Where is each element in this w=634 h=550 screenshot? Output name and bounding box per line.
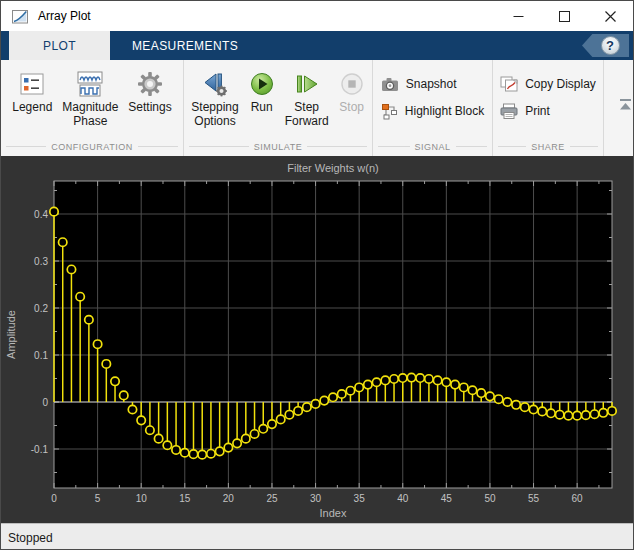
stop-button-label: Stop <box>339 100 364 114</box>
app-icon <box>12 9 28 24</box>
minimize-button[interactable] <box>495 1 541 31</box>
svg-text:0.2: 0.2 <box>34 303 48 314</box>
svg-text:-0.1: -0.1 <box>31 444 49 455</box>
settings-button-label: Settings <box>128 100 171 114</box>
step-forward-icon <box>294 67 320 100</box>
toolstrip: Legend Magnitude Phase <box>1 60 633 156</box>
run-button-label: Run <box>251 100 273 114</box>
svg-text:25: 25 <box>266 493 278 504</box>
title-bar: Array Plot <box>1 1 633 31</box>
stepping-options-button[interactable]: Stepping Options <box>186 63 243 132</box>
maximize-button[interactable] <box>541 1 587 31</box>
svg-text:15: 15 <box>179 493 191 504</box>
settings-button[interactable]: Settings <box>123 63 176 118</box>
svg-text:50: 50 <box>484 493 496 504</box>
run-icon <box>249 67 275 100</box>
highlight-block-icon <box>381 103 398 120</box>
svg-text:0: 0 <box>42 397 48 408</box>
svg-text:35: 35 <box>354 493 366 504</box>
copy-display-button[interactable]: Copy Display <box>496 74 600 94</box>
svg-text:Amplitude: Amplitude <box>5 310 17 359</box>
magnitude-phase-label-2: Phase <box>73 114 107 128</box>
svg-text:55: 55 <box>528 493 540 504</box>
snapshot-camera-icon <box>381 77 399 92</box>
help-button[interactable]: ? <box>582 34 629 57</box>
section-label-signal: SIGNAL <box>415 142 451 152</box>
legend-button[interactable]: Legend <box>7 63 57 118</box>
svg-text:40: 40 <box>397 493 409 504</box>
highlight-block-button-label: Highlight Block <box>405 104 484 118</box>
snapshot-button-label: Snapshot <box>406 77 457 91</box>
copy-display-icon <box>500 76 518 92</box>
section-share: Copy Display Print SHARE <box>493 60 604 156</box>
stepping-options-label-1: Stepping <box>191 100 238 114</box>
run-button[interactable]: Run <box>244 63 280 118</box>
minimize-icon <box>513 11 524 22</box>
svg-text:Index: Index <box>320 507 347 519</box>
section-simulate: Stepping Options Run <box>184 60 373 156</box>
stepping-options-label-2: Options <box>194 114 235 128</box>
print-button-label: Print <box>525 104 550 118</box>
print-button[interactable]: Print <box>496 101 554 121</box>
snapshot-button[interactable]: Snapshot <box>377 74 461 94</box>
window-title: Array Plot <box>38 9 91 23</box>
copy-display-button-label: Copy Display <box>525 77 596 91</box>
svg-text:5: 5 <box>95 493 101 504</box>
collapse-toolstrip-icon <box>618 99 633 110</box>
step-forward-label-1: Step <box>294 100 319 114</box>
tab-plot-label: PLOT <box>43 39 76 53</box>
maximize-icon <box>559 11 570 22</box>
svg-text:0.4: 0.4 <box>34 209 48 220</box>
svg-text:10: 10 <box>136 493 148 504</box>
status-text: Stopped <box>8 531 53 545</box>
svg-text:60: 60 <box>572 493 584 504</box>
svg-text:0.3: 0.3 <box>34 256 48 267</box>
settings-gear-icon <box>137 67 163 100</box>
magnitude-phase-icon <box>76 67 104 100</box>
tab-measurements-label: MEASUREMENTS <box>132 39 238 53</box>
section-configuration: Legend Magnitude Phase <box>1 60 184 156</box>
help-icon: ? <box>601 36 620 55</box>
section-label-simulate: SIMULATE <box>254 142 302 152</box>
svg-text:Filter Weights w(n): Filter Weights w(n) <box>287 162 378 174</box>
svg-text:45: 45 <box>441 493 453 504</box>
step-forward-label-2: Forward <box>285 114 329 128</box>
legend-button-label: Legend <box>12 100 52 114</box>
tab-measurements[interactable]: MEASUREMENTS <box>110 31 260 60</box>
highlight-block-button[interactable]: Highlight Block <box>377 101 488 121</box>
tab-plot[interactable]: PLOT <box>9 31 110 60</box>
status-bar: Stopped <box>1 523 633 550</box>
scope-display-panel: 051015202530354045505560-0.100.10.20.30.… <box>1 156 633 523</box>
magnitude-phase-label-1: Magnitude <box>62 100 118 114</box>
toolstrip-tab-bar: PLOT MEASUREMENTS ? <box>1 31 633 60</box>
array-plot-canvas[interactable]: 051015202530354045505560-0.100.10.20.30.… <box>1 156 634 523</box>
close-icon <box>605 11 616 22</box>
svg-text:20: 20 <box>223 493 235 504</box>
magnitude-phase-button[interactable]: Magnitude Phase <box>57 63 123 132</box>
section-label-configuration: CONFIGURATION <box>51 142 132 152</box>
collapse-toolstrip-button[interactable] <box>604 60 633 156</box>
svg-text:0.1: 0.1 <box>34 350 48 361</box>
stepping-options-icon <box>201 67 229 100</box>
print-icon <box>500 103 518 119</box>
svg-text:30: 30 <box>310 493 322 504</box>
stop-icon <box>339 67 365 100</box>
step-forward-button[interactable]: Step Forward <box>280 63 334 132</box>
svg-text:0: 0 <box>51 493 57 504</box>
stop-button[interactable]: Stop <box>334 63 370 118</box>
section-signal: Snapshot Highlight Block SIGNAL <box>373 60 493 156</box>
section-label-share: SHARE <box>531 142 565 152</box>
legend-icon <box>20 67 44 100</box>
close-button[interactable] <box>587 1 633 31</box>
